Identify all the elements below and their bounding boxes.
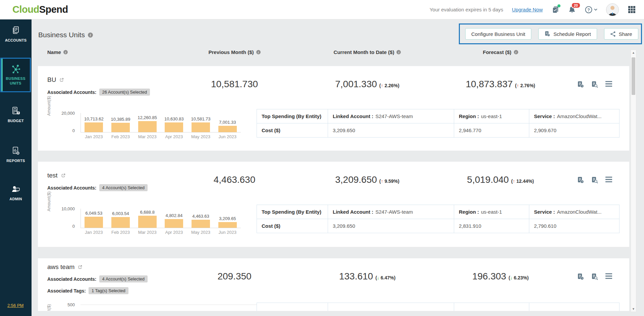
user-avatar[interactable] (606, 3, 619, 16)
x-axis-label: May 2023 (187, 230, 214, 235)
change-percent: ↓ 6.23% (508, 275, 529, 280)
info-icon[interactable]: i (514, 50, 518, 54)
change-percent: ↑ 9.59% (379, 178, 399, 184)
sidebar-item-label: ADMIN (9, 197, 22, 201)
bar-value-label: 7,001.33 (219, 120, 236, 125)
share-button[interactable]: Share (604, 28, 638, 40)
scroll-down-arrow[interactable]: ▼ (631, 307, 636, 311)
sidebar: ACCOUNTS BUSINESS UNITS BUDGET REPORTS (0, 19, 32, 316)
info-icon[interactable]: i (63, 50, 68, 54)
column-header-previous-month: Previous Month ($)i (172, 49, 297, 55)
bar-value-label: 10,385.89 (111, 117, 130, 122)
x-axis-labels: Jan 2023Feb 2023Mar 2023Apr 2023May 2023… (80, 134, 241, 139)
view-report-icon[interactable] (591, 81, 598, 96)
share-label: Share (619, 31, 632, 37)
sidebar-item-label: BUSINESS UNITS (3, 76, 29, 86)
business-units-icon (10, 64, 21, 74)
linked-account-cell: Linked Account :S247-AWS-team (328, 205, 454, 219)
accounts-icon (11, 25, 21, 36)
help-menu-button[interactable]: ? (585, 6, 597, 14)
chart-bar-column: 10,630.83 (161, 100, 187, 132)
top-spending-title (257, 303, 328, 311)
scroll-up-arrow[interactable]: ▲ (631, 51, 636, 54)
y-axis-label: Amount($) (47, 90, 51, 116)
bar-value-label: 4,463.63 (192, 214, 209, 219)
sidebar-item-admin[interactable]: ADMIN (0, 185, 32, 201)
cost-value: 2,909.670 (529, 123, 620, 138)
current-month-value: 133.610 ↓ 6.47% (297, 258, 438, 294)
svg-text:?: ? (587, 7, 590, 12)
schedule-report-icon[interactable] (577, 273, 584, 294)
menu-icon[interactable] (605, 176, 612, 191)
info-icon[interactable]: i (396, 50, 401, 54)
whats-new-button[interactable] (551, 6, 559, 14)
linked-account-cell: Linked Account :S247-AWS-team (328, 109, 454, 123)
forecast-value: 196.303 ↓ 6.23% (438, 258, 563, 294)
sidebar-item-reports[interactable]: REPORTS (0, 146, 32, 163)
chart-bar (111, 217, 130, 228)
notifications-button[interactable]: 20 (568, 6, 576, 14)
current-month-value: 3,209.650 ↑ 9.59% (297, 162, 438, 191)
bar-value-label: 6,049.53 (86, 211, 103, 216)
actions-highlight-box: Configure Business Unit Schedule Report … (459, 23, 642, 44)
y-axis-tick: 0 (57, 128, 75, 133)
cost-value: 2,946.770 (454, 123, 529, 138)
configure-business-unit-button[interactable]: Configure Business Unit (465, 28, 531, 40)
spend-trend-chart-partial: Amount($) 500 (38, 258, 257, 311)
top-spending-table: Top Spending (By Entity) Linked Account … (257, 205, 620, 233)
sidebar-item-label: REPORTS (6, 159, 25, 163)
sidebar-item-business-units[interactable]: BUSINESS UNITS (0, 58, 31, 92)
schedule-report-button[interactable]: Schedule Report (538, 28, 597, 40)
cost-label: Cost ($) (257, 123, 328, 138)
cost-value: 3,209.650 (328, 123, 454, 138)
chart-bar-column: 10,385.89 (107, 100, 134, 132)
business-unit-row-test: test Associated Accounts: 4 Account(s) S… (38, 162, 629, 247)
scrollbar-thumb[interactable] (632, 57, 635, 95)
upgrade-now-link[interactable]: Upgrade Now (512, 7, 543, 12)
chart-bars: 6,049.536,003.546,688.84,802.844,463.633… (80, 195, 241, 228)
view-report-icon[interactable] (591, 273, 598, 294)
top-bar: CloudSpend Your evaluation expires in 5 … (0, 0, 644, 19)
schedule-report-icon[interactable] (577, 81, 584, 96)
info-icon[interactable]: i (88, 33, 93, 38)
chart-bars: 10,713.6210,385.8912,260.8510,630.8310,5… (80, 100, 241, 132)
sidebar-item-label: ACCOUNTS (5, 38, 27, 42)
chart-bar-column: 4,463.63 (187, 195, 214, 228)
vertical-scrollbar[interactable]: ▲ ▼ (631, 50, 636, 312)
view-report-icon[interactable] (591, 176, 598, 191)
chart-bar-column: 12,260.85 (134, 100, 161, 132)
apps-grid-button[interactable] (628, 5, 636, 14)
cost-value: 3,209.650 (328, 219, 454, 233)
sidebar-item-business-units-inner: BUSINESS UNITS (1, 59, 30, 91)
trend-arrow-icon: ↑ (381, 83, 383, 88)
x-axis-label: Jan 2023 (80, 134, 107, 139)
column-header-actions (563, 49, 629, 55)
x-axis-label: Jun 2023 (214, 230, 241, 235)
service-cell: Service :AmazonCloudWat... (529, 109, 620, 123)
bar-value-label: 10,713.62 (84, 116, 104, 121)
linked-account-cell (328, 303, 454, 311)
status-time: 2:56 PM (7, 303, 23, 308)
schedule-report-icon[interactable] (577, 176, 584, 191)
chart-bar (138, 121, 157, 132)
share-icon (610, 31, 616, 37)
page-title: Business Units i (38, 31, 93, 39)
current-month-value: 7,001.330 ↑ 2.26% (297, 66, 438, 96)
menu-icon[interactable] (605, 81, 612, 96)
info-icon[interactable]: i (256, 50, 261, 54)
chart-bar-column: 6,003.54 (107, 195, 134, 228)
cost-value: 2,790.610 (529, 219, 620, 233)
menu-icon[interactable] (605, 273, 612, 294)
x-axis-label: May 2023 (187, 134, 214, 139)
x-axis-line (80, 132, 241, 133)
x-axis-labels: Jan 2023Feb 2023Mar 2023Apr 2023May 2023… (80, 230, 241, 235)
sidebar-item-accounts[interactable]: ACCOUNTS (0, 25, 32, 42)
top-spending-table-partial (257, 303, 620, 311)
new-indicator-dot (557, 4, 560, 7)
chart-bar (111, 123, 130, 132)
spend-trend-chart: Amount($) 10,000 0 6,049.536,003.546,688… (38, 162, 257, 247)
cloudspend-logo[interactable]: CloudSpend (12, 4, 68, 15)
sidebar-item-budget[interactable]: BUDGET (0, 106, 32, 123)
configure-business-unit-label: Configure Business Unit (471, 31, 525, 37)
bar-value-label: 12,260.85 (138, 115, 157, 120)
